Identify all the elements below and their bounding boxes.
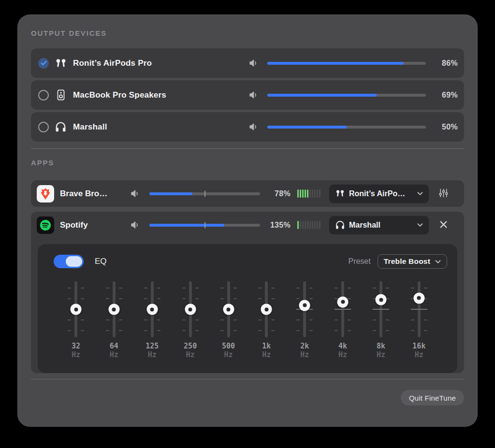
eq-tick [233,319,237,320]
eq-tick [157,288,160,289]
apps-title: APPS [31,159,464,167]
eq-tick [195,319,199,320]
eq-tick [144,298,147,299]
app-volume-slider[interactable] [149,224,260,227]
eq-tick [106,330,109,331]
eq-tick [81,288,84,289]
eq-tick [309,288,313,289]
eq-tick [271,319,275,320]
eq-band-slider[interactable] [327,281,358,337]
volume-fill [267,62,404,65]
eq-knob[interactable] [261,304,272,315]
meter-bar [319,221,320,229]
eq-tick [373,330,376,331]
device-volume-slider[interactable] [267,62,426,65]
eq-band-slider[interactable] [404,281,435,337]
eq-tick [68,298,71,299]
eq-tick [119,330,122,331]
eq-knob[interactable] [376,294,387,305]
eq-band-slider[interactable] [289,281,320,337]
eq-tick [157,330,160,331]
volume-fill [267,94,377,97]
eq-toggle[interactable] [54,255,84,268]
volume-percent: 86% [426,59,458,68]
eq-band-slider[interactable] [137,281,168,337]
eq-tick [220,330,224,331]
eq-band-unit: Hz [300,350,309,359]
eq-preset-label: Preset [348,257,370,266]
volume-icon[interactable] [248,121,259,132]
volume-icon[interactable] [248,89,259,101]
chevron-down-icon [435,260,441,263]
eq-knob[interactable] [413,292,424,303]
eq-tick [258,330,262,331]
eq-tick [119,319,122,320]
eq-tick [271,330,275,331]
device-volume-slider[interactable] [267,94,426,97]
eq-band-freq: 16k [412,342,425,350]
device-volume-slider[interactable] [267,126,426,129]
output-device-dropdown[interactable]: Ronit’s AirPo… [329,184,429,203]
eq-knob[interactable] [71,304,82,315]
output-device-row[interactable]: Ronit’s AirPods Pro86% [31,48,464,78]
eq-tick [258,288,262,289]
eq-band-slider[interactable] [60,281,91,337]
radio-unselected[interactable] [38,122,49,132]
output-device-row[interactable]: Marshall50% [31,112,464,142]
eq-band: 125Hz [137,281,168,359]
eq-knob[interactable] [146,304,158,315]
eq-band-slider[interactable] [251,281,282,337]
eq-tick [296,319,300,320]
volume-icon[interactable] [130,219,141,231]
eq-band-unit: Hz [415,350,423,359]
app-card: Spotify135%Marshall EQ Preset Treble Boo… [31,212,464,373]
eq-band-freq: 32 [72,342,80,350]
eq-band-slider[interactable] [213,281,244,337]
eq-tick [144,288,147,289]
output-device-row[interactable]: MacBook Pro Speakers69% [31,80,464,110]
eq-tick [157,298,160,299]
radio-unselected[interactable] [38,90,49,101]
close-icon [439,220,448,230]
eq-tick [373,288,376,289]
eq-knob[interactable] [185,304,196,315]
audio-level-meter [297,189,320,198]
eq-band-freq: 500 [222,342,235,350]
eq-band-slider[interactable] [99,281,130,337]
volume-icon[interactable] [248,58,259,69]
open-eq-button[interactable] [437,186,451,202]
eq-preset-value: Treble Boost [384,257,430,266]
radio-selected[interactable] [38,58,49,69]
output-device-dropdown[interactable]: Marshall [329,216,429,235]
meter-bar [302,221,304,229]
meter-bar [297,189,299,198]
eq-tick [309,319,313,320]
eq-tick [309,330,313,331]
app-row: Spotify135%Marshall [31,212,464,238]
app-volume-slider[interactable] [149,192,260,195]
eq-knob[interactable] [337,296,349,307]
eq-knob[interactable] [108,304,119,315]
eq-band-slider[interactable] [365,281,396,337]
eq-preset-dropdown[interactable]: Treble Boost [378,254,447,269]
meter-bar [319,189,320,198]
eq-tick [195,298,199,299]
eq-center-mark [335,309,351,310]
app-card: Brave Bro…78%Ronit’s AirPo… [31,180,464,207]
volume-icon[interactable] [130,188,141,199]
close-eq-button[interactable] [437,218,450,232]
eq-knob[interactable] [299,300,310,311]
eq-tick [144,330,147,331]
meter-bar [314,221,316,229]
eq-tick [144,319,147,320]
eq-band-slider[interactable] [175,281,206,337]
eq-band-unit: Hz [224,350,233,359]
quit-finetune-button[interactable]: Quit FineTune [401,390,464,405]
eq-band: 8kHz [365,281,396,359]
eq-tick [106,288,109,289]
eq-knob[interactable] [223,304,234,315]
headphones-icon [54,121,67,133]
device-name: Marshall [73,122,248,132]
output-device-dropdown-label: Ronit’s AirPo… [349,189,413,198]
eq-header: EQ Preset Treble Boost [38,255,457,268]
